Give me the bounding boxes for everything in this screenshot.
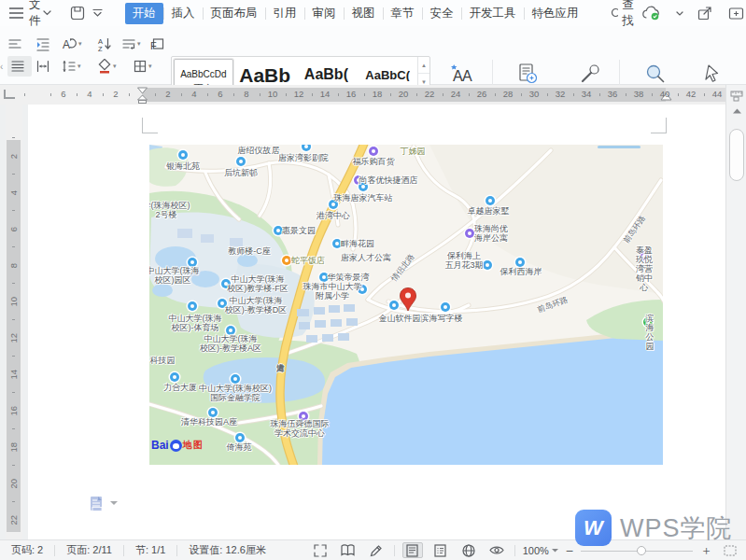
map-image[interactable]: 银海北苑唐绍仪故居唐家湾影剧院丁姊园福乐购百货后坑新邨尚客优快捷酒店珠海唐家汽车…	[149, 145, 663, 465]
borders-icon[interactable]: ▾	[133, 56, 164, 77]
zoom-slider-thumb[interactable]	[637, 546, 646, 555]
vruler-number: 4	[8, 188, 19, 197]
ruler-tick	[155, 93, 156, 96]
sort-icon[interactable]: AZ	[97, 34, 121, 54]
status-item[interactable]: 设置值: 12.6厘米	[177, 543, 277, 557]
ruler-tick	[181, 93, 182, 96]
eye-protect-icon[interactable]	[486, 542, 507, 558]
paragraph-spacing-icon[interactable]: ▾	[62, 56, 93, 77]
status-item[interactable]: 节: 1/1	[124, 543, 176, 557]
frame-icon[interactable]: F	[149, 34, 174, 54]
cloud-sync-icon[interactable]	[640, 4, 664, 22]
tab-章节[interactable]: 章节	[384, 3, 422, 24]
left-indent-markers[interactable]	[135, 87, 149, 104]
vruler-number: 14	[8, 370, 19, 379]
poi-icon-blue	[170, 372, 179, 382]
file-menu-button[interactable]: 文件	[29, 0, 41, 29]
svg-text:A: A	[63, 38, 70, 51]
ruler-number: 36	[608, 89, 618, 99]
vruler-tick	[12, 137, 15, 138]
vruler-tick	[12, 283, 15, 284]
horizontal-ruler[interactable]: 6422468101214161820222426283032343638404…	[0, 85, 725, 105]
char-width-icon[interactable]	[35, 56, 60, 77]
scroll-up-icon[interactable]	[733, 108, 741, 114]
vertical-scrollbar[interactable]	[725, 85, 746, 539]
indent-decrease-icon[interactable]	[35, 34, 60, 54]
poi-icon-green	[643, 317, 653, 327]
shading-icon[interactable]: ▾	[97, 56, 129, 77]
status-divider	[394, 545, 395, 556]
line-spacing-icon[interactable]	[7, 34, 32, 54]
poi-icon-blue	[274, 226, 283, 235]
file-menu-chevron-icon[interactable]	[43, 4, 51, 22]
tab-引用[interactable]: 引用	[266, 3, 304, 24]
undo-dropdown-icon[interactable]	[92, 4, 103, 22]
ruler-tick	[338, 93, 339, 96]
poi-icon-blue	[188, 258, 197, 267]
switch-window-icon[interactable]	[726, 4, 745, 22]
ruler-number: 6	[218, 89, 222, 99]
poi-icon-purple	[640, 251, 649, 260]
justify-icon[interactable]	[7, 56, 32, 77]
ruler-tick	[678, 93, 679, 96]
status-item[interactable]: 页面: 2/11	[55, 543, 123, 557]
fullscreen-icon[interactable]	[310, 542, 331, 558]
ruler-number: 20	[399, 89, 409, 99]
svg-text:A: A	[462, 68, 472, 84]
ruler-tick	[443, 93, 443, 96]
tab-插入[interactable]: 插入	[164, 3, 203, 24]
ruler-number: 6	[61, 89, 65, 99]
hamburger-icon[interactable]	[9, 4, 23, 22]
vruler-number: 2	[8, 151, 19, 161]
vruler-number: 12	[8, 333, 19, 343]
ruler-number: 14	[320, 89, 331, 99]
vruler-tick	[12, 174, 15, 175]
ruler-number: 12	[294, 89, 304, 99]
page-settings-widget[interactable]	[90, 496, 118, 512]
zoom-level[interactable]: 100%	[523, 545, 558, 556]
select-icon	[701, 63, 724, 85]
menu-tabs: 开始插入页面布局引用审阅视图章节安全开发工具特色应用	[125, 3, 586, 24]
zoom-out-button[interactable]: −	[566, 543, 573, 558]
cloud-chevron-icon[interactable]	[676, 4, 683, 22]
special-indent-icon[interactable]: ▾	[121, 34, 153, 54]
crop-mark-top-right-v	[666, 118, 667, 133]
vruler-number: 6	[8, 224, 19, 233]
read-layout-icon[interactable]	[338, 542, 359, 558]
ruler-number: 10	[268, 89, 278, 99]
ruler-tick	[626, 93, 626, 96]
poi-icon-blue	[358, 285, 367, 294]
tab-安全[interactable]: 安全	[423, 3, 461, 24]
page-view-icon[interactable]	[402, 542, 423, 558]
ruler-tick	[103, 93, 104, 96]
search-box[interactable]: 查找	[611, 0, 639, 29]
titlebar-actions: ? ⋮	[638, 4, 746, 22]
outline-view-icon[interactable]	[430, 542, 451, 558]
tab-审阅[interactable]: 审阅	[305, 3, 344, 24]
scrollbar-thumb[interactable]	[729, 129, 744, 181]
save-icon[interactable]	[70, 4, 85, 22]
share-icon[interactable]	[696, 4, 714, 22]
status-item[interactable]: 页码: 2	[0, 543, 54, 557]
wps-logo-icon: W	[575, 510, 612, 546]
edit-pen-icon[interactable]	[366, 542, 387, 558]
tab-特色应用[interactable]: 特色应用	[525, 3, 586, 24]
ruler-tick	[469, 93, 470, 96]
document-page[interactable]: 银海北苑唐绍仪故居唐家湾影剧院丁姊园福乐购百货后坑新邨尚客优快捷酒店珠海唐家汽车…	[28, 105, 725, 539]
tab-开发工具[interactable]: 开发工具	[462, 3, 524, 24]
svg-text:F: F	[150, 40, 157, 51]
text-effect-icon[interactable]: A▾	[62, 34, 93, 54]
poi-icon-blue	[332, 239, 342, 248]
collapse-sidebar-icon[interactable]: ‹	[0, 54, 7, 78]
vertical-ruler[interactable]: 246810121416182022	[6, 105, 22, 539]
styles-scroll-up-icon[interactable]: ▲	[418, 57, 429, 74]
search-icon	[611, 7, 619, 20]
tab-开始[interactable]: 开始	[125, 3, 163, 24]
tab-页面布局[interactable]: 页面布局	[204, 3, 265, 24]
ruler-toggle-icon[interactable]	[730, 89, 743, 102]
ruler-tick	[416, 93, 417, 96]
web-view-icon[interactable]	[458, 542, 479, 558]
map-pin-icon[interactable]	[400, 287, 416, 312]
tab-selector-icon[interactable]	[4, 90, 15, 99]
tab-视图[interactable]: 视图	[345, 3, 383, 24]
